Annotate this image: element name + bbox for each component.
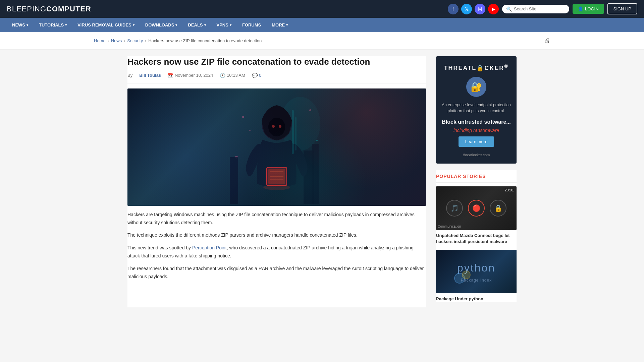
ad-tagline: An enterprise-level endpoint protection … [441,102,512,114]
svg-text:Package Index: Package Index [461,278,492,283]
signup-button[interactable]: SIGN UP [607,3,637,14]
ad-icon-circle: 🔐 [466,77,486,97]
ad-logo: THREATL🔒CKER® [441,63,512,72]
clock-icon: 🕐 [220,73,225,78]
nav-tutorials[interactable]: TUTORIALS ▾ [34,18,72,32]
nav-more-label: MORE [272,22,285,27]
breadcrumb-bar: Home › News › Security › Hackers now use… [0,32,644,50]
article-meta: By Bill Toulas 📅 November 10, 2024 🕐 10:… [127,73,426,83]
ad-logo-symbol: ® [504,63,508,69]
search-icon: 🔍 [506,6,512,12]
nav-news[interactable]: NEWS ▾ [7,18,34,32]
nav-virus-removal[interactable]: VIRUS REMOVAL GUIDES ▾ [72,18,140,32]
python-svg: python Package Index [439,250,513,293]
ad-box-threatlocker: THREATL🔒CKER® 🔐 An enterprise-level endp… [436,56,517,164]
article-body: Hackers are targeting Windows machines u… [127,211,426,281]
article-title: Hackers now use ZIP file concatenation t… [127,56,426,68]
site-logo[interactable]: BLEEPINGCOMPUTER [7,5,91,13]
popular-title-1[interactable]: Unpatched Mazda Connect bugs let hackers… [436,233,517,245]
article-date: 📅 November 10, 2024 [168,73,213,78]
login-button[interactable]: 👤 LOGIN [573,4,604,14]
nav-news-label: NEWS [12,22,25,27]
mazda-timer: 20:01 [504,188,514,192]
breadcrumb-current: Hackers now use ZIP file concatenation t… [148,38,262,43]
article-comments[interactable]: 💬 0 [252,73,261,78]
main-container: Hackers now use ZIP file concatenation t… [121,56,523,307]
article-paragraph-2: The technique exploits the different met… [127,231,426,239]
chevron-down-icon: ▾ [133,23,135,27]
twitter-icon[interactable]: 𝕏 [461,4,472,14]
breadcrumb-security[interactable]: Security [127,38,143,43]
nav-deals-label: DEALS [188,22,203,27]
mazda-control-3: 🔒 [490,200,506,217]
city-background [127,88,426,206]
article-paragraph-1: Hackers are targeting Windows machines u… [127,211,426,227]
article-paragraph-3: This new trend was spotted by Perception… [127,244,426,260]
nav-downloads[interactable]: DOWNLOADS ▾ [140,18,183,32]
breadcrumb: Home › News › Security › Hackers now use… [94,38,262,43]
python-thumbnail: python Package Index [436,250,517,293]
mastodon-icon[interactable]: M [475,4,485,14]
popular-title-2[interactable]: Package Under python [436,296,517,302]
chevron-down-icon: ▾ [286,23,288,27]
chevron-down-icon: ▾ [26,23,28,27]
popular-story-2: python Package Index Package Under pytho… [436,250,517,302]
mazda-control-1: 🎵 [446,200,463,217]
main-nav: NEWS ▾ TUTORIALS ▾ VIRUS REMOVAL GUIDES … [0,18,644,32]
header-right: f 𝕏 M ▶ 🔍 👤 LOGIN SIGN UP [448,3,637,14]
article-time: 🕐 10:13 AM [220,73,245,78]
author-link[interactable]: Bill Toulas [139,73,161,78]
nav-forums-label: FORUMS [242,22,261,27]
youtube-icon[interactable]: ▶ [488,4,499,14]
mazda-label: Communication [438,225,461,228]
comments-count: 0 [259,73,261,78]
breadcrumb-home[interactable]: Home [94,38,106,43]
calendar-icon: 📅 [168,73,173,78]
chevron-down-icon: ▾ [230,23,231,27]
nav-virus-label: VIRUS REMOVAL GUIDES [77,22,131,27]
nav-more[interactable]: MORE ▾ [266,18,293,32]
logo-light: BLEEPING [7,5,46,13]
perception-point-link[interactable]: Perception Point [192,245,227,250]
search-input[interactable] [514,6,565,11]
chevron-down-icon: ▾ [175,23,177,27]
nav-forums[interactable]: FORUMS [237,18,266,32]
breadcrumb-news[interactable]: News [111,38,122,43]
breadcrumb-sep: › [124,39,125,43]
svg-text:python: python [457,262,495,274]
search-box[interactable]: 🔍 [502,5,569,13]
login-label: LOGIN [585,6,598,11]
article-paragraph-4: The researchers found that the attachmen… [127,265,426,281]
signup-label: SIGN UP [613,6,631,11]
popular-stories-header: POPULAR STORIES [436,170,517,183]
chevron-down-icon: ▾ [204,23,206,27]
popular-stories-section: POPULAR STORIES 20:01 🎵 🔴 🔒 Communicatio… [436,170,517,302]
ad-domain: threatlocker.com [441,153,512,157]
mazda-thumbnail: 20:01 🎵 🔴 🔒 Communication [436,186,517,230]
nav-vpns-label: VPNS [217,22,228,27]
popular-thumb-1: 20:01 🎵 🔴 🔒 Communication [436,186,517,230]
sidebar: THREATL🔒CKER® 🔐 An enterprise-level endp… [436,56,517,307]
article-section: Hackers now use ZIP file concatenation t… [127,56,426,307]
nav-vpns[interactable]: VPNS ▾ [211,18,237,32]
user-icon: 👤 [578,6,583,11]
mazda-controls: 🎵 🔴 🔒 [446,200,506,217]
facebook-icon[interactable]: f [448,4,459,14]
nav-downloads-label: DOWNLOADS [145,22,174,27]
nav-deals[interactable]: DEALS ▾ [182,18,211,32]
comment-icon: 💬 [252,73,258,78]
mazda-control-2: 🔴 [468,200,485,217]
paragraph-3-pre: This new trend was spotted by [127,245,192,250]
popular-story-1: 20:01 🎵 🔴 🔒 Communication Unpatched Mazd… [436,186,517,245]
logo-bold: COMPUTER [46,5,91,13]
article-author-by: By [127,73,132,78]
ad-highlight: including ransomware [441,128,512,133]
date-value: November 10, 2024 [175,73,213,78]
popular-thumb-2: python Package Index [436,250,517,293]
print-icon[interactable]: 🖨 [544,37,550,44]
nav-tutorials-label: TUTORIALS [39,22,64,27]
breadcrumb-sep: › [145,39,146,43]
site-header: BLEEPINGCOMPUTER f 𝕏 M ▶ 🔍 👤 LOGIN SIGN … [0,0,644,18]
ad-cta-button[interactable]: Learn more [459,136,494,147]
ad-headline: Block untrusted software... [441,119,512,125]
